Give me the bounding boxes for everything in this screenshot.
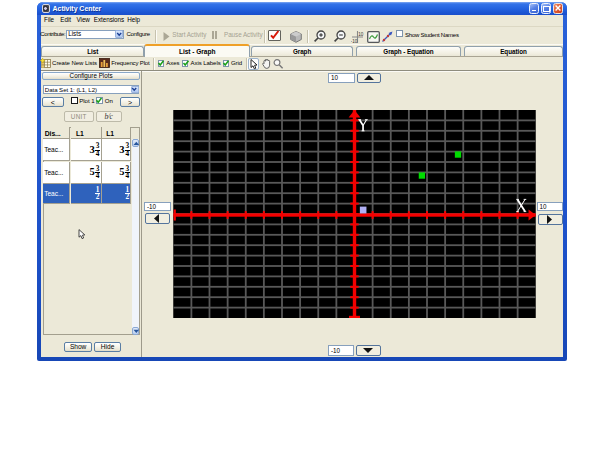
- svg-text:-10: -10: [351, 39, 358, 44]
- svg-text:10: 10: [358, 31, 364, 36]
